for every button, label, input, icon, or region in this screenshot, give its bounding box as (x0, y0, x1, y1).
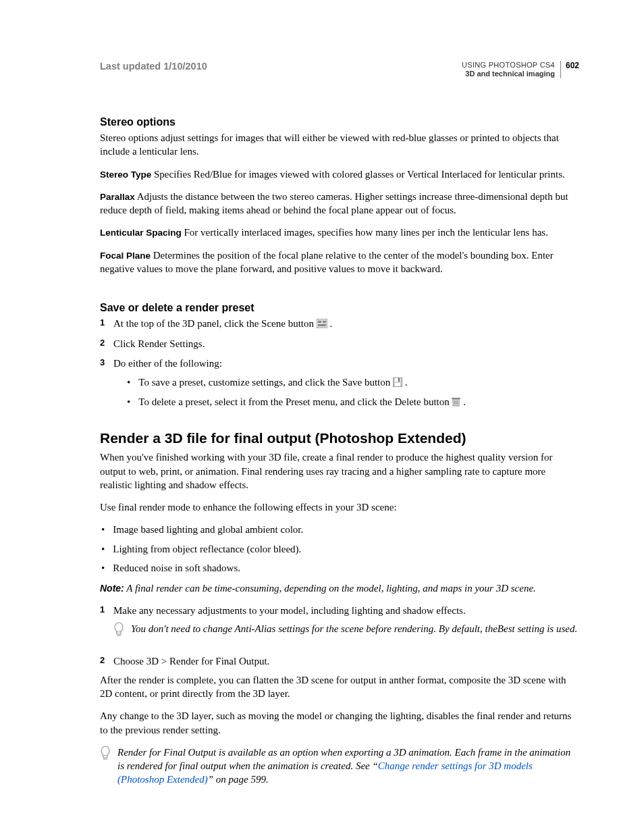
header-right: USING PHOTOSHOP CS4 3D and technical ima… (462, 61, 579, 78)
bullet-text: To delete a preset, select it from the P… (138, 395, 466, 410)
render-p4: Any change to the 3D layer, such as movi… (100, 709, 579, 737)
heading-render-final: Render a 3D file for final output (Photo… (100, 430, 579, 446)
last-updated: Last updated 1/10/2010 (100, 61, 207, 72)
step-3: 3 Do either of the following: (100, 357, 579, 370)
step-number: 3 (100, 357, 107, 369)
term-label: Lenticular Spacing (100, 228, 182, 238)
bullet-dot: • (127, 375, 130, 390)
svg-rect-7 (395, 383, 400, 386)
render-steps: 1 Make any necessary adjustments to your… (100, 604, 579, 617)
save-icon (393, 377, 402, 390)
step-number: 2 (100, 337, 107, 349)
svg-point-13 (115, 623, 123, 632)
svg-rect-6 (398, 378, 400, 382)
term-text: Determines the position of the focal pla… (100, 250, 554, 274)
term-focal-plane: Focal Plane Determines the position of t… (100, 249, 579, 276)
step-number: 2 (100, 654, 107, 667)
svg-point-15 (101, 746, 109, 756)
svg-rect-9 (452, 398, 460, 399)
bullet-text: Reduced noise in soft shadows. (113, 561, 240, 575)
product-name: USING PHOTOSHOP CS4 (462, 61, 555, 69)
svg-rect-0 (317, 319, 327, 328)
svg-rect-10 (454, 400, 455, 405)
tip-anti-alias: You don't need to change Anti-Alias sett… (100, 622, 579, 640)
bullet-save: • To save a preset, customize settings, … (100, 375, 579, 390)
term-text: Adjusts the distance between the two ste… (100, 191, 568, 215)
term-label: Stereo Type (100, 170, 151, 180)
heading-stereo-options: Stereo options (100, 116, 579, 128)
render-bullets: • Image based lighting and global ambien… (100, 523, 579, 575)
term-label: Parallax (100, 192, 135, 202)
delete-icon (452, 396, 460, 410)
preset-sub-bullets: • To save a preset, customize settings, … (100, 375, 579, 411)
term-stereo-type: Stereo Type Specifies Red/Blue for image… (100, 167, 579, 181)
render-steps-2: 2 Choose 3D > Render for Final Output. (100, 654, 579, 668)
preset-steps: 1 At the top of the 3D panel, click the … (100, 317, 579, 370)
tip-text: Render for Final Output is available as … (117, 746, 579, 787)
term-text: For vertically interlaced images, specif… (182, 227, 548, 238)
step-2: 2 Choose 3D > Render for Final Output. (100, 654, 579, 668)
note: Note: A final render can be time-consumi… (100, 581, 579, 595)
tip-text: You don't need to change Anti-Alias sett… (131, 622, 579, 635)
step-text: Choose 3D > Render for Final Output. (113, 654, 269, 668)
bullet-dot: • (101, 542, 105, 556)
heading-render-preset: Save or delete a render preset (100, 302, 579, 314)
svg-rect-2 (323, 321, 326, 323)
bullet-text: Lighting from object reflectance (color … (113, 542, 301, 556)
note-text: A final render can be time-consuming, de… (124, 583, 536, 594)
step-1: 1 Make any necessary adjustments to your… (100, 604, 579, 617)
bullet: • Lighting from object reflectance (colo… (100, 542, 579, 556)
tip-final-output: Render for Final Output is available as … (100, 746, 579, 787)
lightbulb-icon (100, 746, 111, 763)
page-number: 602 (560, 61, 579, 78)
note-label: Note: (100, 583, 124, 594)
step-2: 2 Click Render Settings. (100, 337, 579, 350)
scene-icon (317, 318, 327, 332)
term-label: Focal Plane (100, 251, 151, 261)
lightbulb-icon (113, 622, 124, 640)
step-1: 1 At the top of the 3D panel, click the … (100, 317, 579, 332)
term-text: Specifies Red/Blue for images viewed wit… (151, 169, 564, 180)
svg-rect-3 (318, 324, 326, 326)
svg-rect-1 (318, 321, 321, 323)
bullet-text: Image based lighting and global ambient … (113, 523, 303, 536)
page-header: Last updated 1/10/2010 USING PHOTOSHOP C… (100, 61, 579, 78)
step-number: 1 (100, 604, 107, 616)
bullet-dot: • (101, 561, 105, 575)
step-text: Click Render Settings. (113, 337, 205, 350)
render-p3: After the render is complete, you can fl… (100, 673, 579, 701)
chapter-name: 3D and technical imaging (462, 70, 555, 78)
render-p2: Use final render mode to enhance the fol… (100, 500, 579, 514)
step-text: Make any necessary adjustments to your m… (113, 604, 466, 617)
bullet-delete: • To delete a preset, select it from the… (100, 395, 579, 410)
step-text: Do either of the following: (113, 357, 222, 370)
bullet-dot: • (101, 523, 105, 536)
render-p1: When you've finished working with your 3… (100, 450, 579, 492)
svg-rect-11 (456, 400, 456, 405)
bullet-text: To save a preset, customize settings, an… (138, 375, 407, 390)
step-number: 1 (100, 317, 107, 329)
svg-rect-12 (457, 400, 458, 405)
term-parallax: Parallax Adjusts the distance between th… (100, 190, 579, 217)
step-text: At the top of the 3D panel, click the Sc… (113, 317, 332, 332)
page: Last updated 1/10/2010 USING PHOTOSHOP C… (0, 0, 644, 834)
bullet: • Reduced noise in soft shadows. (100, 561, 579, 575)
term-lenticular: Lenticular Spacing For vertically interl… (100, 226, 579, 239)
bullet: • Image based lighting and global ambien… (100, 523, 579, 536)
bullet-dot: • (127, 395, 130, 410)
stereo-intro: Stereo options adjust settings for image… (100, 131, 579, 159)
